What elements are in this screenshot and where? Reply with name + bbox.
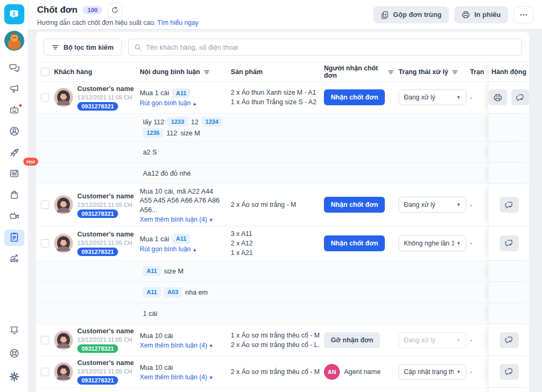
claim-order-button[interactable]: Nhận chốt đơn (324, 235, 385, 251)
action-cell (488, 303, 529, 324)
product-cell: 2 x Áo sơ mi trắng thêu cổ - M (231, 367, 324, 377)
comment-filter-icon[interactable] (203, 69, 210, 76)
select-all-checkbox[interactable] (41, 68, 49, 76)
action-cell (488, 261, 529, 281)
shop-avatar[interactable] (4, 31, 24, 51)
sidebar-item-campaigns[interactable] (4, 81, 24, 98)
sidebar (0, 0, 29, 392)
chat-action-button[interactable] (500, 332, 519, 348)
unclaim-order-button[interactable]: Gỡ nhận đơn (324, 332, 380, 348)
printer-icon (462, 11, 470, 19)
sidebar-item-orders[interactable] (4, 230, 24, 246)
customer-avatar (54, 88, 73, 107)
customer-avatar (54, 362, 73, 381)
comment-toggle-link[interactable]: Rút gọn bình luận▲ (140, 245, 227, 253)
status-filter-icon[interactable] (451, 69, 458, 76)
bell-icon (8, 324, 20, 338)
comment-toggle-link[interactable]: Xem thêm bình luận (4)▼ (140, 216, 227, 223)
table-row: Customer's name13/12/2021 11:05 CH093127… (36, 356, 529, 388)
comment-segments: A11A03nha em (143, 287, 211, 297)
caret-up-icon: ▲ (192, 101, 197, 106)
customer-name: Customer's name (77, 327, 134, 335)
sidebar-item-livestream[interactable] (4, 208, 24, 225)
sidebar-item-growth[interactable] (4, 145, 24, 161)
order-time: 13/12/2021 11:05 CH (77, 94, 134, 101)
merge-orders-button[interactable]: Gộp đơn trùng (373, 6, 449, 23)
order-time: 13/12/2021 11:05 CH (77, 368, 134, 375)
product-cell: 1 x Áo sơ mi trắng thêu cổ - M2 x Áo sơ … (231, 331, 324, 350)
customer-cell: Customer's name13/12/2021 11:05 CH093127… (54, 359, 140, 385)
search-input[interactable] (128, 39, 522, 56)
comment-toggle-link[interactable]: Rút gọn bình luận▲ (140, 99, 227, 107)
comment-tag: A11 (143, 266, 161, 276)
row-checkbox[interactable] (41, 93, 49, 102)
status-cell: Đang xử lý▼ (399, 89, 470, 105)
sidebar-item-support[interactable] (4, 346, 24, 362)
refresh-button[interactable] (107, 3, 122, 17)
extra-status-value: - (470, 94, 488, 102)
app-logo[interactable] (4, 4, 24, 24)
status-dropdown[interactable]: Đang xử lý▼ (399, 197, 466, 213)
chat-action-button[interactable] (511, 89, 530, 105)
filter-button[interactable]: Bộ lọc tìm kiếm (43, 39, 122, 56)
sidebar-item-settings[interactable] (4, 369, 24, 386)
table-row: Customer's name13/12/2021 11:05 CH093127… (36, 184, 529, 226)
row-checkbox[interactable] (41, 368, 49, 376)
row-checkbox[interactable] (41, 239, 49, 248)
comment-text: Mua 1 cái (140, 88, 169, 97)
receiver-cell: ANAgent name (324, 364, 399, 380)
phone-badge: 0931278321 (77, 102, 118, 111)
status-dropdown[interactable]: Không nghe lần 1▼ (399, 235, 466, 251)
status-dropdown[interactable]: Đang xử lý▼ (399, 89, 466, 105)
action-cell (488, 282, 529, 303)
sidebar-item-shop[interactable] (4, 187, 24, 204)
receiver-filter-icon[interactable] (387, 69, 394, 76)
print-slip-button[interactable]: In phiếu (454, 6, 508, 23)
assigned-agent: ANAgent name (324, 364, 394, 380)
status-dropdown: Đang xử lý▼ (399, 332, 466, 348)
sidebar-item-chatbot[interactable] (4, 103, 24, 119)
table-body: Customer's name13/12/2021 11:05 CH093127… (36, 82, 529, 392)
row-checkbox[interactable] (41, 336, 49, 344)
table-header: Khách hàng Nội dung bình luận Sản phẩm N… (36, 62, 529, 82)
chat-action-button[interactable] (500, 235, 519, 251)
learn-more-link[interactable]: Tìm hiểu ngay (157, 19, 198, 26)
print-action-button[interactable] (489, 89, 507, 105)
sidebar-item-conversations[interactable] (4, 60, 24, 77)
chat-action-button[interactable] (500, 364, 519, 380)
sidebar-item-notifications[interactable] (4, 323, 24, 339)
status-dropdown[interactable]: Cập nhật trạng thái▼ (399, 364, 466, 380)
sidebar-item-statistics[interactable] (4, 251, 24, 267)
comment-tag: A11 (143, 287, 161, 297)
more-actions-button[interactable]: ⋯ (513, 6, 534, 23)
filter-lines-icon (51, 43, 59, 51)
comment-text: size M (180, 129, 200, 138)
claim-order-button[interactable]: Nhận chốt đơn (324, 89, 385, 105)
chat-icon (8, 62, 20, 75)
customer-avatar (54, 331, 73, 350)
claim-order-button[interactable]: Nhận chốt đơn (324, 197, 385, 213)
merge-doc-icon (381, 11, 389, 19)
comment-toggle-link[interactable]: Xem thêm bình luận (4)▼ (140, 342, 227, 349)
clipboard-icon (8, 231, 20, 244)
comment-text: Mua 10 cái (140, 331, 173, 340)
product-line: 1 x Áo sơ mi trắng thêu cổ - M (231, 331, 320, 340)
comment-tag: 1235 (143, 128, 163, 138)
comment-text: Aa12 đỏ đỏ nhé (143, 169, 191, 178)
receiver-cell: Nhận chốt đơn (324, 197, 399, 213)
row-checkbox[interactable] (41, 200, 49, 209)
table-row: Customer's name13/12/2021 11:05 CH093127… (36, 226, 529, 261)
comment-line: Mua 10 cái (140, 363, 227, 372)
sidebar-item-posts[interactable] (4, 166, 24, 183)
content-card: Bộ lọc tìm kiếm Khách hàng Nội dung bình… (36, 32, 529, 392)
action-cell (488, 142, 529, 162)
chat-action-button[interactable] (500, 197, 519, 213)
comment-row: a2 S (36, 142, 529, 163)
sidebar-item-customers[interactable] (4, 124, 24, 140)
comment-text: Mua 10 cái (140, 363, 173, 372)
product-line: 3 x A11 (231, 229, 320, 239)
caret-down-icon: ▼ (209, 375, 213, 380)
customer-cell: Customer's name13/12/2021 11:05 CH093127… (54, 327, 140, 353)
comment-toggle-link[interactable]: Xem thêm bình luận (4)▼ (140, 373, 227, 381)
comment-tag: 1233 (167, 117, 187, 127)
